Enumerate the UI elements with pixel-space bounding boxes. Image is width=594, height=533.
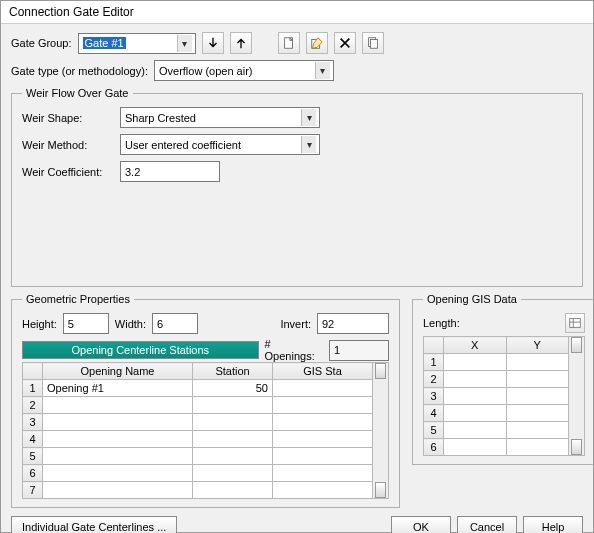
gate-type-select[interactable]: Overflow (open air) [154, 60, 334, 81]
width-input[interactable] [152, 313, 198, 334]
content-area: Gate Group: Gate #1 [1, 24, 593, 510]
table-row[interactable]: 3 [424, 388, 569, 405]
weir-legend: Weir Flow Over Gate [22, 87, 133, 99]
window-title: Connection Gate Editor [9, 5, 134, 19]
copy-icon [366, 36, 380, 50]
gate-type-label: Gate type (or methodology): [11, 65, 148, 77]
height-label: Height: [22, 318, 57, 330]
gis-fieldset: Opening GIS Data Length: X Y [412, 293, 594, 465]
table-row[interactable]: 2 [424, 371, 569, 388]
window: Connection Gate Editor Gate Group: Gate … [0, 0, 594, 533]
opening-table[interactable]: Opening Name Station GIS Sta 1Opening #1… [22, 362, 373, 499]
gate-type-value: Overflow (open air) [159, 65, 253, 77]
gis-length-label: Length: [423, 317, 460, 329]
gate-type-row: Gate type (or methodology): Overflow (op… [11, 60, 583, 81]
move-up-button[interactable] [230, 32, 252, 54]
table-row[interactable]: 4 [424, 405, 569, 422]
table-icon [568, 316, 582, 330]
gate-group-value: Gate #1 [83, 37, 126, 49]
weir-method-label: Weir Method: [22, 139, 120, 151]
table-row[interactable]: 5 [23, 448, 373, 465]
weir-shape-select[interactable]: Sharp Crested [120, 107, 320, 128]
gis-tool-button[interactable] [565, 313, 585, 333]
arrow-up-icon [234, 36, 248, 50]
table-row[interactable]: 6 [23, 465, 373, 482]
centerline-header: Opening Centerline Stations [22, 341, 259, 359]
gis-legend: Opening GIS Data [423, 293, 521, 305]
width-label: Width: [115, 318, 146, 330]
geom-fieldset: Geometric Properties Height: Width: Inve… [11, 293, 400, 508]
gate-group-row: Gate Group: Gate #1 [11, 32, 583, 54]
rename-button[interactable] [306, 32, 328, 54]
opening-table-scrollbar[interactable] [373, 362, 389, 499]
delete-icon [338, 36, 352, 50]
gate-group-label: Gate Group: [11, 37, 72, 49]
delete-button[interactable] [334, 32, 356, 54]
weir-fieldset: Weir Flow Over Gate Weir Shape: Sharp Cr… [11, 87, 583, 287]
help-button[interactable]: Help [523, 516, 583, 533]
individual-centerlines-button[interactable]: Individual Gate Centerlines ... [11, 516, 177, 533]
num-openings-label: # Openings: [265, 338, 323, 362]
opening-table-header: Opening Name Station GIS Sta [23, 363, 373, 380]
height-input[interactable] [63, 313, 109, 334]
move-down-button[interactable] [202, 32, 224, 54]
cancel-button[interactable]: Cancel [457, 516, 517, 533]
col-opening-name: Opening Name [43, 363, 193, 380]
table-row[interactable]: 6 [424, 439, 569, 456]
weir-coef-label: Weir Coefficient: [22, 166, 120, 178]
weir-shape-value: Sharp Crested [125, 112, 196, 124]
invert-label: Invert: [280, 318, 311, 330]
gis-table[interactable]: X Y 1 2 3 4 5 6 [423, 336, 569, 456]
arrow-down-icon [206, 36, 220, 50]
col-station: Station [193, 363, 273, 380]
table-row[interactable]: 7 [23, 482, 373, 499]
new-button[interactable] [278, 32, 300, 54]
svg-rect-3 [370, 40, 377, 49]
gis-table-header: X Y [424, 337, 569, 354]
copy-button[interactable] [362, 32, 384, 54]
col-gis-sta: GIS Sta [273, 363, 373, 380]
geom-legend: Geometric Properties [22, 293, 134, 305]
footer: Individual Gate Centerlines ... OK Cance… [1, 510, 593, 533]
table-row[interactable]: 1 [424, 354, 569, 371]
table-row[interactable]: 5 [424, 422, 569, 439]
rename-icon [310, 36, 324, 50]
invert-input[interactable] [317, 313, 389, 334]
num-openings-input [329, 340, 389, 361]
table-row[interactable]: 3 [23, 414, 373, 431]
weir-shape-label: Weir Shape: [22, 112, 120, 124]
weir-method-select[interactable]: User entered coefficient [120, 134, 320, 155]
gate-group-select[interactable]: Gate #1 [78, 33, 196, 54]
svg-rect-4 [570, 319, 581, 328]
table-row[interactable]: 4 [23, 431, 373, 448]
gis-table-scrollbar[interactable] [569, 336, 585, 456]
table-row[interactable]: 2 [23, 397, 373, 414]
title-bar: Connection Gate Editor [1, 1, 593, 24]
opening-table-wrap: Opening Name Station GIS Sta 1Opening #1… [22, 362, 389, 499]
weir-method-value: User entered coefficient [125, 139, 241, 151]
gis-table-wrap: X Y 1 2 3 4 5 6 [423, 336, 585, 456]
col-x: X [444, 337, 507, 354]
table-row[interactable]: 1Opening #150 [23, 380, 373, 397]
weir-coef-input[interactable] [120, 161, 220, 182]
new-icon [282, 36, 296, 50]
lower-panels: Geometric Properties Height: Width: Inve… [11, 293, 583, 508]
ok-button[interactable]: OK [391, 516, 451, 533]
col-y: Y [506, 337, 569, 354]
